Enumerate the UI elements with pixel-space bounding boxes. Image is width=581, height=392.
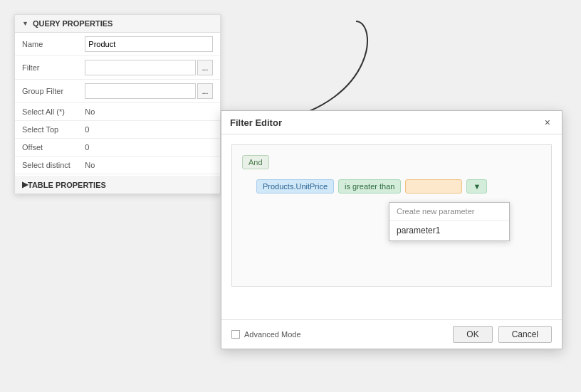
table-row: Group Filter ...: [15, 80, 220, 103]
table-row: Name: [15, 33, 220, 56]
filter-condition-row: Products.UnitPrice is greater than ▼: [256, 179, 541, 194]
filter-input[interactable]: [85, 60, 196, 75]
group-filter-ellipsis-button[interactable]: ...: [197, 83, 213, 99]
prop-label-name: Name: [15, 33, 78, 56]
prop-label-selectdistinct: Select distinct: [15, 157, 78, 174]
table-properties-header[interactable]: ▶ TABLE PROPERTIES: [15, 176, 220, 194]
modal-close-button[interactable]: ×: [542, 117, 553, 128]
cancel-button[interactable]: Cancel: [498, 326, 552, 343]
modal-header: Filter Editor ×: [221, 111, 562, 134]
ok-button[interactable]: OK: [453, 326, 492, 343]
footer-buttons: OK Cancel: [453, 326, 552, 343]
offset-value: 0: [85, 143, 89, 152]
table-row: Filter ...: [15, 56, 220, 80]
modal-title: Filter Editor: [230, 117, 282, 128]
prop-label-offset: Offset: [15, 139, 78, 157]
left-panel: ▼ QUERY PROPERTIES Name Filter ...: [14, 14, 221, 194]
advanced-mode-label: Advanced Mode: [244, 330, 301, 339]
operator-badge[interactable]: is greater than: [338, 179, 401, 194]
table-row: Select distinct No: [15, 157, 220, 174]
expand-triangle-icon: ▶: [22, 180, 28, 189]
selecttop-value: 0: [85, 125, 89, 134]
parameter-item[interactable]: parameter1: [389, 221, 509, 240]
table-row: Select Top 0: [15, 121, 220, 139]
prop-label-selecttop: Select Top: [15, 121, 78, 139]
selectdistinct-value: No: [85, 161, 95, 169]
prop-label-groupfilter: Group Filter: [15, 80, 78, 103]
parameter-dropdown: Create new parameter parameter1: [389, 202, 510, 241]
value-badge[interactable]: [405, 179, 462, 194]
filter-area: And Products.UnitPrice is greater than ▼…: [231, 144, 552, 287]
table-properties-title: TABLE PROPERTIES: [28, 181, 106, 189]
modal-body: And Products.UnitPrice is greater than ▼…: [221, 134, 562, 319]
collapse-triangle-icon: ▼: [22, 20, 28, 27]
group-filter-input[interactable]: [85, 83, 196, 99]
field-badge[interactable]: Products.UnitPrice: [256, 179, 334, 194]
dropdown-arrow-icon: ▼: [473, 182, 481, 191]
advanced-mode-checkbox[interactable]: [231, 330, 240, 339]
name-input[interactable]: [85, 36, 213, 52]
filter-editor-modal: Filter Editor × And Products.UnitPrice i…: [221, 110, 562, 349]
properties-table: Name Filter ... Group Filter: [15, 33, 220, 174]
table-row: Offset 0: [15, 139, 220, 157]
prop-value-filter: ...: [78, 56, 220, 80]
prop-label-filter: Filter: [15, 56, 78, 80]
prop-value-name: [78, 33, 220, 56]
prop-label-selectall: Select All (*): [15, 103, 78, 121]
and-badge[interactable]: And: [242, 155, 269, 169]
filter-ellipsis-button[interactable]: ...: [197, 60, 213, 75]
dropdown-header: Create new parameter: [389, 203, 509, 221]
modal-footer: Advanced Mode OK Cancel: [221, 319, 562, 349]
table-row: Select All (*) No: [15, 103, 220, 121]
selectall-value: No: [85, 107, 95, 116]
query-properties-title: QUERY PROPERTIES: [33, 19, 112, 28]
dropdown-toggle-badge[interactable]: ▼: [466, 179, 487, 194]
advanced-mode-section: Advanced Mode: [231, 330, 301, 339]
prop-value-groupfilter: ...: [78, 80, 220, 103]
query-properties-header[interactable]: ▼ QUERY PROPERTIES: [15, 15, 220, 33]
